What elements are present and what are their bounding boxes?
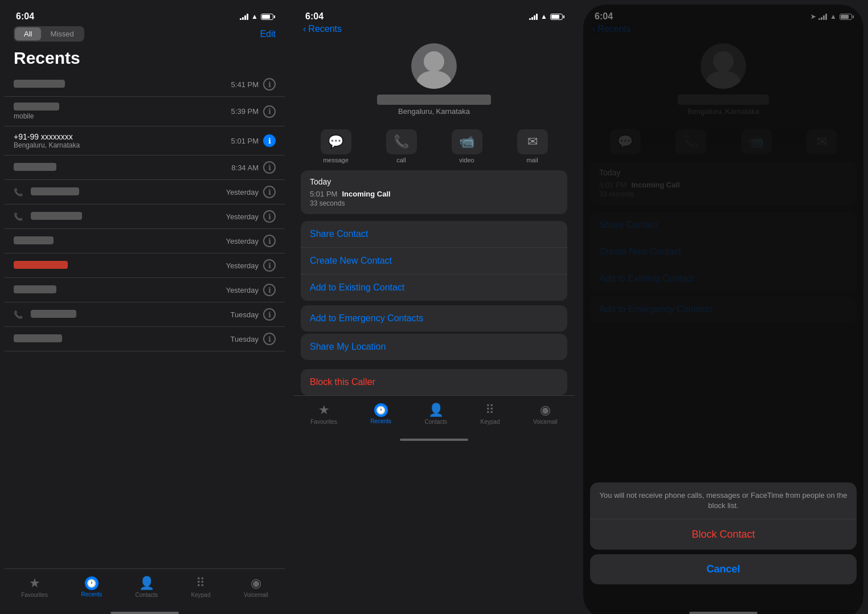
back-button[interactable]: ‹ Recents bbox=[294, 24, 574, 39]
contact-location: Bengaluru, Karnataka bbox=[398, 107, 470, 116]
nav-favourites[interactable]: ★ Favourites bbox=[14, 574, 55, 600]
nav-contacts[interactable]: 👤 Contacts bbox=[418, 400, 454, 427]
recents-title: Recents bbox=[5, 46, 285, 72]
back-label: Recents bbox=[308, 24, 342, 34]
list-item: Yesterday ℹ bbox=[5, 253, 285, 278]
status-bar-1: 6:04 ▲ bbox=[5, 5, 285, 24]
home-indicator bbox=[110, 612, 179, 614]
edit-button[interactable]: Edit bbox=[260, 29, 276, 39]
call-label: call bbox=[396, 157, 406, 163]
contact-name-blur bbox=[31, 212, 82, 220]
info-button[interactable]: ℹ bbox=[263, 105, 276, 118]
block-caller-button[interactable]: Block this Caller bbox=[301, 369, 567, 395]
call-type-icon: 📞 bbox=[14, 310, 23, 319]
contacts-icon: 👤 bbox=[139, 576, 154, 591]
contact-avatar-section: Bengaluru, Karnataka bbox=[294, 39, 574, 125]
home-indicator bbox=[400, 439, 468, 441]
history-time: 5:01 PM bbox=[310, 190, 337, 198]
list-item-active: +91-99 xxxxxxxx Bengaluru, Karnataka 5:0… bbox=[5, 126, 285, 155]
voicemail-icon: ◉ bbox=[540, 403, 551, 417]
signal-icon bbox=[529, 13, 538, 20]
contact-name-blur bbox=[14, 285, 56, 293]
nav-favourites[interactable]: ★ Favourites bbox=[304, 400, 344, 427]
create-contact-option[interactable]: Create New Contact bbox=[301, 248, 567, 275]
history-type: Incoming Call bbox=[342, 190, 390, 198]
mail-action-button[interactable]: ✉ mail bbox=[517, 129, 548, 163]
keypad-icon: ⠿ bbox=[485, 403, 494, 417]
contact-name: +91-99 xxxxxxxx bbox=[14, 132, 80, 141]
list-item: mobile 5:39 PM ℹ bbox=[5, 97, 285, 126]
phone-number-blur bbox=[377, 95, 491, 105]
nav-keypad[interactable]: ⠿ Keypad bbox=[185, 574, 218, 600]
info-button-active[interactable]: ℹ bbox=[263, 134, 276, 147]
nav-contacts[interactable]: 👤 Contacts bbox=[129, 574, 165, 600]
message-icon: 💬 bbox=[321, 129, 351, 154]
battery-icon bbox=[550, 14, 563, 20]
list-item: Yesterday ℹ bbox=[5, 278, 285, 302]
share-contact-option[interactable]: Share Contact bbox=[301, 221, 567, 248]
list-item: Yesterday ℹ bbox=[5, 229, 285, 253]
emergency-contacts-option[interactable]: Add to Emergency Contacts bbox=[301, 305, 567, 331]
info-button[interactable]: ℹ bbox=[263, 259, 276, 272]
contacts-icon: 👤 bbox=[428, 403, 444, 417]
recent-list: 5:41 PM ℹ mobile 5:39 PM ℹ +91-99 xxxxxx… bbox=[5, 72, 285, 568]
info-button[interactable]: ℹ bbox=[263, 78, 276, 91]
contact-location: Bengaluru, Karnataka bbox=[14, 141, 80, 149]
mail-icon: ✉ bbox=[517, 129, 548, 154]
share-location-option[interactable]: Share My Location bbox=[301, 334, 567, 360]
contact-name-blur bbox=[31, 187, 79, 195]
nav-voicemail[interactable]: ◉ Voicemail bbox=[526, 400, 564, 427]
tab-buttons: All Missed bbox=[14, 26, 84, 42]
contact-name-blur bbox=[14, 334, 62, 342]
tab-all[interactable]: All bbox=[15, 27, 41, 40]
call-type-icon: 📞 bbox=[14, 188, 23, 197]
call-type-icon: 📞 bbox=[14, 212, 23, 221]
panel-contact-detail: 6:04 ▲ ‹ Recents Bengaluru, Karnataka bbox=[294, 5, 574, 614]
message-action-button[interactable]: 💬 message bbox=[321, 129, 351, 163]
cancel-button[interactable]: Cancel bbox=[590, 554, 857, 584]
info-button[interactable]: ℹ bbox=[263, 308, 276, 321]
options-list: Share Contact Create New Contact Add to … bbox=[301, 221, 567, 301]
battery-icon bbox=[261, 14, 273, 20]
info-button[interactable]: ℹ bbox=[263, 161, 276, 174]
tab-missed[interactable]: Missed bbox=[41, 27, 83, 40]
mail-label: mail bbox=[526, 157, 538, 163]
bottom-nav-2: ★ Favourites 🕐 Recents 👤 Contacts ⠿ Keyp… bbox=[294, 395, 574, 436]
info-button[interactable]: ℹ bbox=[263, 210, 276, 223]
action-sheet-message: You will not receive phone calls, messag… bbox=[590, 482, 857, 519]
status-icons-2: ▲ bbox=[529, 13, 563, 21]
contact-name-blur bbox=[31, 310, 76, 318]
add-existing-contact-option[interactable]: Add to Existing Contact bbox=[301, 275, 567, 301]
contact-sub: mobile bbox=[14, 112, 59, 120]
video-icon: 📹 bbox=[452, 129, 482, 154]
list-item: 📞 Yesterday ℹ bbox=[5, 180, 285, 204]
action-sheet: You will not receive phone calls, messag… bbox=[590, 482, 857, 584]
list-item: 8:34 AM ℹ bbox=[5, 155, 285, 180]
nav-keypad[interactable]: ⠿ Keypad bbox=[474, 400, 507, 427]
contact-name-blur bbox=[14, 163, 56, 171]
message-label: message bbox=[323, 157, 349, 163]
avatar bbox=[411, 43, 457, 89]
bottom-nav-1: ★ Favourites 🕐 Recents 👤 Contacts ⠿ Keyp… bbox=[5, 568, 285, 609]
contact-name-blur bbox=[14, 103, 59, 110]
history-entry: 5:01 PM Incoming Call bbox=[310, 190, 558, 198]
panel-block-confirm: 6:04 ➤ ▲ ‹ Recents bbox=[583, 5, 863, 614]
info-button[interactable]: ℹ bbox=[263, 284, 276, 296]
star-icon: ★ bbox=[29, 576, 40, 591]
contact-name-blur bbox=[14, 236, 54, 244]
home-indicator bbox=[689, 612, 758, 614]
info-button[interactable]: ℹ bbox=[263, 235, 276, 247]
nav-voicemail[interactable]: ◉ Voicemail bbox=[237, 574, 275, 600]
nav-recents[interactable]: 🕐 Recents bbox=[74, 574, 109, 600]
emergency-options: Add to Emergency Contacts Share My Locat… bbox=[301, 305, 567, 365]
list-item: Tuesday ℹ bbox=[5, 327, 285, 351]
wifi-icon: ▲ bbox=[251, 13, 258, 21]
nav-recents[interactable]: 🕐 Recents bbox=[363, 401, 398, 427]
info-button[interactable]: ℹ bbox=[263, 186, 276, 198]
phone-icon: 📞 bbox=[386, 129, 417, 154]
video-action-button[interactable]: 📹 video bbox=[452, 129, 482, 163]
history-day: Today bbox=[310, 177, 558, 186]
info-button[interactable]: ℹ bbox=[263, 333, 276, 345]
block-contact-button[interactable]: Block Contact bbox=[590, 519, 857, 550]
call-action-button[interactable]: 📞 call bbox=[386, 129, 417, 163]
